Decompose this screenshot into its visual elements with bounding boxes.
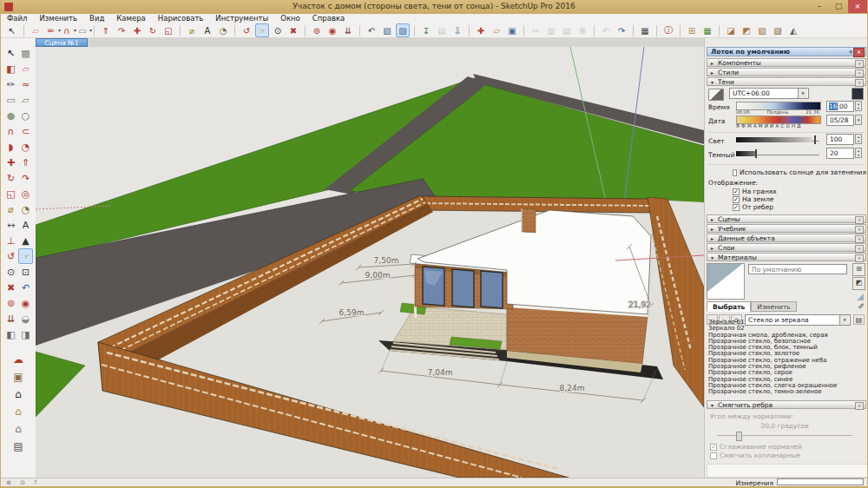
- move-icon[interactable]: ✚: [130, 23, 144, 37]
- section-detach-icon[interactable]: ×: [855, 402, 864, 410]
- material-preview[interactable]: [707, 263, 745, 300]
- smooth-normals-row[interactable]: ✓ Сглаживание нормалей: [710, 443, 802, 451]
- protractor-icon[interactable]: ◔: [18, 201, 33, 217]
- sandbox-from-contours-icon[interactable]: ◧: [3, 326, 18, 342]
- follow-me-icon[interactable]: ↷: [115, 23, 128, 37]
- section-materials[interactable]: ▾Материалы ×: [707, 253, 866, 261]
- credits-icon[interactable]: ⊙: [20, 479, 25, 486]
- close-button[interactable]: ×: [848, 0, 867, 13]
- add-location-icon[interactable]: ⊞: [685, 23, 699, 37]
- extension-warehouse-icon[interactable]: ▣: [11, 368, 26, 386]
- protractor-icon[interactable]: ◔: [216, 23, 230, 37]
- pan-icon[interactable]: ☞: [18, 248, 33, 264]
- window-3[interactable]: [481, 271, 503, 308]
- section-plane-icon[interactable]: ◒: [18, 311, 33, 326]
- orbit-icon[interactable]: ↺: [3, 248, 18, 264]
- shadow-style-5-icon[interactable]: ◭: [786, 23, 800, 37]
- position-camera-icon[interactable]: ⊚: [310, 23, 324, 37]
- dropdown-arrow-icon[interactable]: ▾: [89, 27, 92, 33]
- dimension-icon[interactable]: ↔: [3, 217, 18, 233]
- cut-icon[interactable]: ✂: [529, 23, 542, 37]
- display-edges-row[interactable]: ✓ От ребер: [733, 203, 773, 211]
- polygon-icon[interactable]: ○: [18, 108, 33, 123]
- move-icon[interactable]: ✚: [3, 155, 18, 170]
- look-around-icon[interactable]: ◉: [326, 23, 339, 37]
- zoom-icon[interactable]: ⊙: [3, 264, 18, 280]
- material-list-item[interactable]: Прозрачное стекло, темно-зеленое: [708, 389, 863, 395]
- zoom-extents-icon[interactable]: ✖: [286, 23, 300, 37]
- previous-view-icon[interactable]: ↶: [365, 23, 378, 37]
- eraser-icon[interactable]: ▱: [18, 61, 33, 76]
- share-model-icon[interactable]: ▤: [435, 23, 449, 37]
- menu-Справка[interactable]: Справка: [306, 14, 351, 23]
- soften-coplanar-checkbox[interactable]: [710, 452, 717, 459]
- paste-icon[interactable]: ▤: [560, 23, 574, 37]
- walk-icon[interactable]: ⇊: [341, 23, 355, 37]
- tape-measure-icon[interactable]: ⌀: [3, 201, 18, 217]
- shelf-icon[interactable]: ▤: [11, 438, 26, 455]
- use-sun-row[interactable]: Использовать солнце для затенения: [733, 168, 866, 176]
- zoom-window-icon[interactable]: ⊡: [18, 264, 33, 280]
- sandbox-smoove-icon[interactable]: ◨: [18, 326, 33, 342]
- tray-close-icon[interactable]: ×: [853, 48, 865, 57]
- light-input[interactable]: 100: [826, 134, 854, 145]
- rotated-rectangle-icon[interactable]: ▱: [18, 92, 33, 108]
- smooth-normals-checkbox[interactable]: ✓: [710, 444, 717, 451]
- section-detach-icon[interactable]: ×: [855, 60, 864, 68]
- import-component-icon[interactable]: ⇩: [450, 23, 464, 37]
- outliner-icon[interactable]: ⌂: [11, 420, 26, 438]
- 3d-warehouse-icon[interactable]: ↧: [419, 23, 433, 37]
- section-layers[interactable]: ▸Слои ×: [707, 243, 866, 252]
- rectangle-icon[interactable]: ▭▾: [76, 23, 89, 37]
- section-detach-icon[interactable]: ×: [855, 69, 864, 77]
- 3d-warehouse-icon[interactable]: ☁: [11, 351, 26, 368]
- shadow-style-1-icon[interactable]: ◪: [724, 23, 738, 37]
- chimney[interactable]: [522, 208, 536, 233]
- section-styles[interactable]: ▸Стили ×: [707, 68, 866, 76]
- shadow-toggle-icon[interactable]: [708, 89, 724, 101]
- model-info-icon[interactable]: ⓘ: [661, 23, 675, 37]
- section-detach-icon[interactable]: ×: [855, 79, 864, 87]
- maximize-button[interactable]: ▢: [829, 0, 848, 13]
- shadow-dialog-icon[interactable]: [852, 88, 864, 100]
- menu-Инструменты[interactable]: Инструменты: [209, 14, 274, 23]
- section-detach-icon[interactable]: ×: [855, 254, 864, 262]
- previous-view-icon[interactable]: ↶: [18, 280, 33, 295]
- orbit-icon[interactable]: ↺: [240, 23, 253, 37]
- rotate-icon[interactable]: ↻: [146, 23, 160, 37]
- save-icon[interactable]: ▣: [505, 23, 519, 37]
- styles-browser-icon[interactable]: ⌂: [11, 403, 26, 420]
- light-spinner[interactable]: ▴▾: [855, 134, 862, 144]
- light-slider[interactable]: [736, 137, 812, 142]
- delete-icon[interactable]: ⊗: [575, 23, 589, 37]
- rectangle-icon[interactable]: ▭: [3, 92, 18, 108]
- eraser-icon[interactable]: ▱: [29, 23, 43, 37]
- line-icon[interactable]: ✏: [3, 76, 18, 92]
- viewport-canvas[interactable]: 7,50m9,00m6,59m7,04m8,24m21,92: [36, 47, 704, 478]
- sample-paint-icon[interactable]: ✐: [858, 302, 865, 311]
- push-pull-icon[interactable]: ⇑: [18, 155, 33, 170]
- text-icon[interactable]: A: [201, 23, 214, 37]
- 3d-text-icon[interactable]: ▲: [18, 233, 33, 248]
- dark-input[interactable]: 20: [826, 148, 854, 159]
- shadow-style-2-icon[interactable]: ◩: [740, 23, 753, 37]
- scale-icon[interactable]: ◱: [3, 186, 18, 201]
- light-slider-handle[interactable]: [814, 135, 816, 144]
- secondary-pane-icon[interactable]: ⊞: [852, 263, 865, 276]
- axes-icon[interactable]: ⊥: [3, 233, 18, 248]
- tab-select[interactable]: Выбрать: [707, 301, 751, 312]
- section-detach-icon[interactable]: ×: [855, 216, 864, 224]
- date-dropdown-icon[interactable]: ▾: [855, 115, 862, 125]
- make-component-icon[interactable]: ▩: [18, 45, 33, 61]
- material-name-input[interactable]: По умолчанию: [748, 264, 847, 274]
- select-icon[interactable]: ↖: [3, 45, 18, 61]
- time-input[interactable]: 16:00: [826, 101, 854, 112]
- section-detach-icon[interactable]: ×: [855, 226, 864, 234]
- tray-header[interactable]: Лоток по умолчанию + ×: [707, 47, 866, 56]
- line-icon[interactable]: ✏▾: [44, 23, 58, 37]
- from-edges-checkbox[interactable]: ✓: [733, 204, 740, 211]
- menu-Изменить[interactable]: Изменить: [33, 14, 83, 23]
- offset-icon[interactable]: ◎: [18, 186, 33, 201]
- measurements-input[interactable]: [777, 478, 864, 485]
- paint-bucket-icon[interactable]: ◧: [3, 61, 18, 76]
